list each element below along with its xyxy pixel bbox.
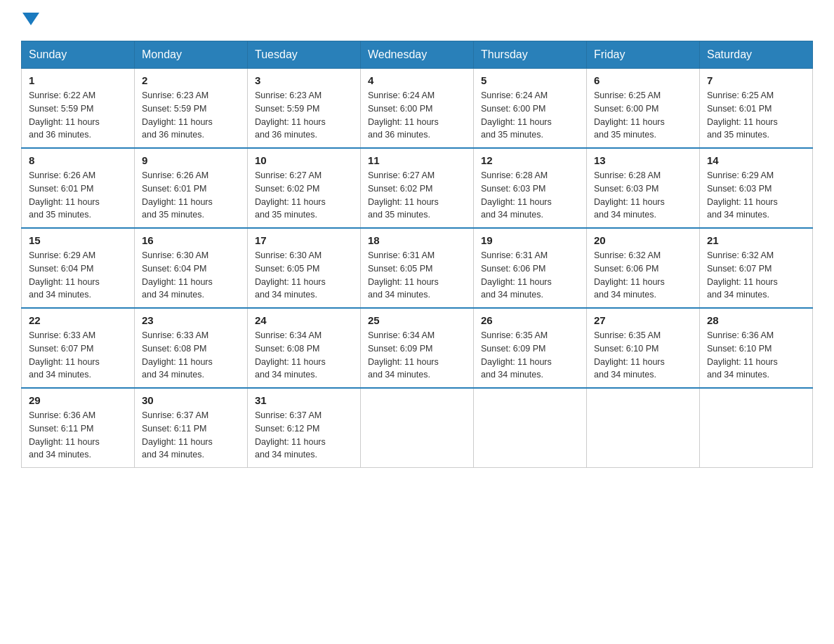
day-cell-24: 24Sunrise: 6:34 AMSunset: 6:08 PMDayligh… bbox=[248, 308, 361, 388]
day-cell-21: 21Sunrise: 6:32 AMSunset: 6:07 PMDayligh… bbox=[700, 228, 813, 308]
day-number: 4 bbox=[368, 74, 466, 86]
day-cell-10: 10Sunrise: 6:27 AMSunset: 6:02 PMDayligh… bbox=[248, 148, 361, 228]
day-number: 16 bbox=[142, 234, 240, 246]
day-sun-info: Sunrise: 6:27 AMSunset: 6:02 PMDaylight:… bbox=[255, 169, 353, 222]
day-cell-19: 19Sunrise: 6:31 AMSunset: 6:06 PMDayligh… bbox=[474, 228, 587, 308]
day-cell-18: 18Sunrise: 6:31 AMSunset: 6:05 PMDayligh… bbox=[361, 228, 474, 308]
day-number: 23 bbox=[142, 314, 240, 326]
day-number: 1 bbox=[29, 74, 127, 86]
day-number: 21 bbox=[707, 234, 805, 246]
day-sun-info: Sunrise: 6:28 AMSunset: 6:03 PMDaylight:… bbox=[481, 169, 579, 222]
empty-cell bbox=[361, 388, 474, 468]
day-number: 5 bbox=[481, 74, 579, 86]
day-number: 28 bbox=[707, 314, 805, 326]
day-cell-31: 31Sunrise: 6:37 AMSunset: 6:12 PMDayligh… bbox=[248, 388, 361, 468]
week-row-5: 29Sunrise: 6:36 AMSunset: 6:11 PMDayligh… bbox=[22, 388, 813, 468]
day-sun-info: Sunrise: 6:25 AMSunset: 6:01 PMDaylight:… bbox=[707, 89, 805, 142]
day-sun-info: Sunrise: 6:35 AMSunset: 6:09 PMDaylight:… bbox=[481, 329, 579, 382]
week-row-2: 8Sunrise: 6:26 AMSunset: 6:01 PMDaylight… bbox=[22, 148, 813, 228]
day-sun-info: Sunrise: 6:34 AMSunset: 6:08 PMDaylight:… bbox=[255, 329, 353, 382]
day-number: 6 bbox=[594, 74, 692, 86]
page-header bbox=[21, 14, 813, 27]
weekday-header-friday: Friday bbox=[587, 41, 700, 69]
day-cell-15: 15Sunrise: 6:29 AMSunset: 6:04 PMDayligh… bbox=[22, 228, 135, 308]
day-sun-info: Sunrise: 6:29 AMSunset: 6:03 PMDaylight:… bbox=[707, 169, 805, 222]
day-cell-29: 29Sunrise: 6:36 AMSunset: 6:11 PMDayligh… bbox=[22, 388, 135, 468]
weekday-header-monday: Monday bbox=[135, 41, 248, 69]
weekday-header-sunday: Sunday bbox=[22, 41, 135, 69]
week-row-3: 15Sunrise: 6:29 AMSunset: 6:04 PMDayligh… bbox=[22, 228, 813, 308]
day-number: 22 bbox=[29, 314, 127, 326]
day-cell-16: 16Sunrise: 6:30 AMSunset: 6:04 PMDayligh… bbox=[135, 228, 248, 308]
day-number: 29 bbox=[29, 394, 127, 406]
day-sun-info: Sunrise: 6:28 AMSunset: 6:03 PMDaylight:… bbox=[594, 169, 692, 222]
day-cell-14: 14Sunrise: 6:29 AMSunset: 6:03 PMDayligh… bbox=[700, 148, 813, 228]
day-number: 31 bbox=[255, 394, 353, 406]
day-cell-27: 27Sunrise: 6:35 AMSunset: 6:10 PMDayligh… bbox=[587, 308, 700, 388]
day-sun-info: Sunrise: 6:36 AMSunset: 6:10 PMDaylight:… bbox=[707, 329, 805, 382]
day-sun-info: Sunrise: 6:25 AMSunset: 6:00 PMDaylight:… bbox=[594, 89, 692, 142]
day-cell-25: 25Sunrise: 6:34 AMSunset: 6:09 PMDayligh… bbox=[361, 308, 474, 388]
day-sun-info: Sunrise: 6:32 AMSunset: 6:07 PMDaylight:… bbox=[707, 249, 805, 302]
day-number: 17 bbox=[255, 234, 353, 246]
week-row-4: 22Sunrise: 6:33 AMSunset: 6:07 PMDayligh… bbox=[22, 308, 813, 388]
day-cell-8: 8Sunrise: 6:26 AMSunset: 6:01 PMDaylight… bbox=[22, 148, 135, 228]
day-cell-23: 23Sunrise: 6:33 AMSunset: 6:08 PMDayligh… bbox=[135, 308, 248, 388]
day-cell-26: 26Sunrise: 6:35 AMSunset: 6:09 PMDayligh… bbox=[474, 308, 587, 388]
day-cell-5: 5Sunrise: 6:24 AMSunset: 6:00 PMDaylight… bbox=[474, 69, 587, 149]
day-sun-info: Sunrise: 6:34 AMSunset: 6:09 PMDaylight:… bbox=[368, 329, 466, 382]
day-sun-info: Sunrise: 6:37 AMSunset: 6:12 PMDaylight:… bbox=[255, 409, 353, 462]
day-sun-info: Sunrise: 6:35 AMSunset: 6:10 PMDaylight:… bbox=[594, 329, 692, 382]
day-sun-info: Sunrise: 6:33 AMSunset: 6:08 PMDaylight:… bbox=[142, 329, 240, 382]
day-sun-info: Sunrise: 6:36 AMSunset: 6:11 PMDaylight:… bbox=[29, 409, 127, 462]
day-number: 20 bbox=[594, 234, 692, 246]
day-sun-info: Sunrise: 6:26 AMSunset: 6:01 PMDaylight:… bbox=[29, 169, 127, 222]
empty-cell bbox=[700, 388, 813, 468]
day-sun-info: Sunrise: 6:27 AMSunset: 6:02 PMDaylight:… bbox=[368, 169, 466, 222]
empty-cell bbox=[474, 388, 587, 468]
day-cell-1: 1Sunrise: 6:22 AMSunset: 5:59 PMDaylight… bbox=[22, 69, 135, 149]
day-sun-info: Sunrise: 6:29 AMSunset: 6:04 PMDaylight:… bbox=[29, 249, 127, 302]
day-number: 25 bbox=[368, 314, 466, 326]
day-sun-info: Sunrise: 6:24 AMSunset: 6:00 PMDaylight:… bbox=[368, 89, 466, 142]
day-number: 30 bbox=[142, 394, 240, 406]
week-row-1: 1Sunrise: 6:22 AMSunset: 5:59 PMDaylight… bbox=[22, 69, 813, 149]
calendar-table: SundayMondayTuesdayWednesdayThursdayFrid… bbox=[21, 41, 813, 468]
day-sun-info: Sunrise: 6:31 AMSunset: 6:06 PMDaylight:… bbox=[481, 249, 579, 302]
day-number: 18 bbox=[368, 234, 466, 246]
day-number: 11 bbox=[368, 154, 466, 166]
day-number: 24 bbox=[255, 314, 353, 326]
day-number: 26 bbox=[481, 314, 579, 326]
day-cell-17: 17Sunrise: 6:30 AMSunset: 6:05 PMDayligh… bbox=[248, 228, 361, 308]
day-number: 15 bbox=[29, 234, 127, 246]
day-number: 3 bbox=[255, 74, 353, 86]
empty-cell bbox=[587, 388, 700, 468]
day-sun-info: Sunrise: 6:23 AMSunset: 5:59 PMDaylight:… bbox=[255, 89, 353, 142]
day-number: 9 bbox=[142, 154, 240, 166]
day-number: 8 bbox=[29, 154, 127, 166]
day-sun-info: Sunrise: 6:23 AMSunset: 5:59 PMDaylight:… bbox=[142, 89, 240, 142]
day-cell-2: 2Sunrise: 6:23 AMSunset: 5:59 PMDaylight… bbox=[135, 69, 248, 149]
day-cell-6: 6Sunrise: 6:25 AMSunset: 6:00 PMDaylight… bbox=[587, 69, 700, 149]
day-sun-info: Sunrise: 6:31 AMSunset: 6:05 PMDaylight:… bbox=[368, 249, 466, 302]
logo bbox=[21, 14, 39, 27]
day-sun-info: Sunrise: 6:33 AMSunset: 6:07 PMDaylight:… bbox=[29, 329, 127, 382]
day-number: 27 bbox=[594, 314, 692, 326]
weekday-header-row: SundayMondayTuesdayWednesdayThursdayFrid… bbox=[22, 41, 813, 69]
day-number: 19 bbox=[481, 234, 579, 246]
day-sun-info: Sunrise: 6:37 AMSunset: 6:11 PMDaylight:… bbox=[142, 409, 240, 462]
day-sun-info: Sunrise: 6:30 AMSunset: 6:05 PMDaylight:… bbox=[255, 249, 353, 302]
day-number: 14 bbox=[707, 154, 805, 166]
day-number: 10 bbox=[255, 154, 353, 166]
day-cell-13: 13Sunrise: 6:28 AMSunset: 6:03 PMDayligh… bbox=[587, 148, 700, 228]
weekday-header-tuesday: Tuesday bbox=[248, 41, 361, 69]
day-sun-info: Sunrise: 6:24 AMSunset: 6:00 PMDaylight:… bbox=[481, 89, 579, 142]
day-cell-30: 30Sunrise: 6:37 AMSunset: 6:11 PMDayligh… bbox=[135, 388, 248, 468]
weekday-header-wednesday: Wednesday bbox=[361, 41, 474, 69]
day-cell-7: 7Sunrise: 6:25 AMSunset: 6:01 PMDaylight… bbox=[700, 69, 813, 149]
weekday-header-thursday: Thursday bbox=[474, 41, 587, 69]
day-cell-20: 20Sunrise: 6:32 AMSunset: 6:06 PMDayligh… bbox=[587, 228, 700, 308]
logo-triangle-icon bbox=[22, 13, 39, 25]
day-sun-info: Sunrise: 6:32 AMSunset: 6:06 PMDaylight:… bbox=[594, 249, 692, 302]
day-cell-22: 22Sunrise: 6:33 AMSunset: 6:07 PMDayligh… bbox=[22, 308, 135, 388]
